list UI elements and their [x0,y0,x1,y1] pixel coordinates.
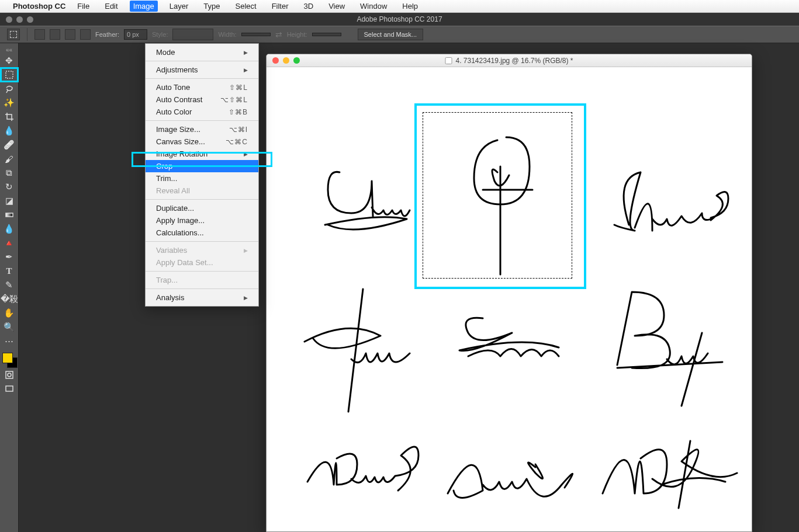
doc-min-icon[interactable] [283,57,289,64]
signature-4 [293,283,421,420]
menu-apply-data-set: Apply Data Set... [146,256,258,269]
image-menu-dropdown: Mode Adjustments Auto Tone⇧⌘L Auto Contr… [145,43,259,307]
signature-8 [436,429,582,513]
doc-close-icon[interactable] [272,57,279,64]
menu-duplicate[interactable]: Duplicate... [146,202,258,214]
quickmask-icon[interactable] [1,368,18,382]
collapse-icon[interactable]: «« [1,46,18,54]
separator [146,271,258,272]
brush-tool-icon[interactable]: 🖌 [1,152,18,166]
screenmode-icon[interactable] [1,382,18,396]
menu-canvas-size[interactable]: Canvas Size...⌥⌘C [146,135,258,148]
menu-view[interactable]: View [325,1,348,12]
signature-3 [600,155,734,245]
swap-icon[interactable]: ⇄ [275,30,282,39]
wand-tool-icon[interactable]: ✨ [1,96,18,110]
blur-tool-icon[interactable]: 💧 [1,222,18,236]
height-field[interactable] [312,33,341,36]
select-mask-button[interactable]: Select and Mask... [358,29,424,40]
menu-layer[interactable]: Layer [166,1,192,12]
history-brush-tool-icon[interactable]: ↻ [1,180,18,194]
feather-field[interactable]: 0 px [124,29,147,40]
gradient-tool-icon[interactable] [1,208,18,222]
menu-file[interactable]: File [74,1,93,12]
menu-apply-image[interactable]: Apply Image... [146,214,258,227]
separator [27,28,27,41]
menu-3d[interactable]: 3D [300,1,317,12]
doc-max-icon[interactable] [293,57,300,64]
menu-select[interactable]: Select [231,1,260,12]
workspace: «« ✥ ✨ 💧 🩹 🖌 ⧉ ↻ ◪ 💧 🔺 ✒ T ✎ �殺 ✋ 🔍 ⋯ Mo… [0,43,799,532]
svg-rect-0 [6,71,13,78]
height-label: Height: [287,31,307,38]
file-icon [445,57,452,64]
separator [146,78,258,79]
menu-help[interactable]: Help [399,1,421,12]
intersect-selection-icon[interactable] [80,29,91,40]
move-tool-icon[interactable]: ✥ [1,54,18,68]
menu-image[interactable]: Image [130,1,158,12]
mac-menubar: Photoshop CC File Edit Image Layer Type … [0,0,799,13]
separator [146,241,258,242]
hand-tool-icon[interactable]: ✋ [1,306,18,320]
menu-filter[interactable]: Filter [268,1,292,12]
arrow-tool-icon[interactable]: �殺 [1,292,18,306]
crop-tool-icon[interactable] [1,110,18,124]
svg-rect-2 [6,371,13,378]
more-tool-icon[interactable]: ⋯ [1,334,18,348]
width-field[interactable] [241,33,271,36]
menu-variables: Variables [146,244,258,256]
signature-9 [591,418,743,513]
add-selection-icon[interactable] [50,29,60,40]
menu-adjustments[interactable]: Adjustments [146,64,258,76]
app-name[interactable]: Photoshop CC [13,2,65,11]
document-titlebar[interactable]: 4. 731423419.jpg @ 16.7% (RGB/8) * [267,54,752,67]
eraser-tool-icon[interactable]: ◪ [1,194,18,208]
healing-tool-icon[interactable]: 🩹 [1,138,18,152]
separator [146,120,258,121]
photoshop-title: Adobe Photoshop CC 2017 [357,15,442,23]
lasso-tool-icon[interactable] [1,82,18,96]
eyedropper-tool-icon[interactable]: 💧 [1,124,18,138]
menu-type[interactable]: Type [200,1,223,12]
menu-calculations[interactable]: Calculations... [146,227,258,239]
menu-mode[interactable]: Mode [146,46,258,58]
menu-image-size[interactable]: Image Size...⌥⌘I [146,123,258,135]
menu-analysis[interactable]: Analysis [146,291,258,304]
menu-edit[interactable]: Edit [101,1,121,12]
svg-rect-4 [6,386,13,391]
tool-preset-icon[interactable] [7,29,20,40]
svg-point-3 [8,373,11,377]
path-tool-icon[interactable]: ✎ [1,278,18,292]
document-window: 4. 731423419.jpg @ 16.7% (RGB/8) * [266,54,752,532]
style-dropdown[interactable] [172,29,213,40]
stamp-tool-icon[interactable]: ⧉ [1,166,18,180]
menu-trap: Trap... [146,274,258,286]
fg-swatch[interactable] [2,353,13,363]
pen-tool-icon[interactable]: ✒ [1,250,18,264]
marquee-tool-icon[interactable] [1,68,18,82]
separator [146,61,258,61]
tool-panel: «« ✥ ✨ 💧 🩹 🖌 ⧉ ↻ ◪ 💧 🔺 ✒ T ✎ �殺 ✋ 🔍 ⋯ [0,43,19,532]
max-dot[interactable] [27,16,33,23]
canvas[interactable] [267,67,752,531]
menu-auto-contrast[interactable]: Auto Contrast⌥⇧⌘L [146,93,258,106]
min-dot[interactable] [16,16,23,23]
close-dot[interactable] [6,16,12,23]
dodge-tool-icon[interactable]: 🔺 [1,236,18,250]
subtract-selection-icon[interactable] [65,29,75,40]
menu-trim[interactable]: Trim... [146,172,258,185]
menu-auto-tone[interactable]: Auto Tone⇧⌘L [146,81,258,93]
signature-2 [442,128,559,283]
zoom-tool-icon[interactable]: 🔍 [1,320,18,334]
menu-image-rotation[interactable]: Image Rotation [146,148,258,160]
document-title: 4. 731423419.jpg @ 16.7% (RGB/8) * [456,57,573,65]
menu-crop[interactable]: Crop [146,160,258,172]
type-tool-icon[interactable]: T [1,264,18,278]
menu-auto-color[interactable]: Auto Color⇧⌘B [146,106,258,118]
width-label: Width: [218,31,236,38]
new-selection-icon[interactable] [34,29,45,40]
color-swatches[interactable] [1,352,18,368]
feather-label: Feather: [95,31,119,38]
menu-window[interactable]: Window [357,1,390,12]
